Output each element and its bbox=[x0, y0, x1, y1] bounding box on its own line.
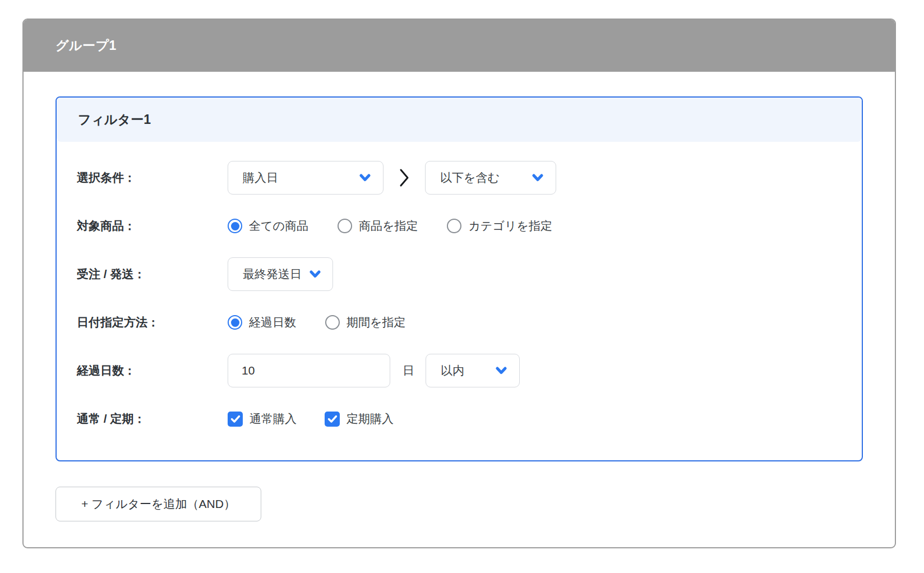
radio-unchecked-icon bbox=[338, 219, 352, 233]
elapsed-days-input[interactable] bbox=[228, 354, 390, 387]
radio-specify-category[interactable]: カテゴリを指定 bbox=[447, 218, 552, 234]
checkbox-subscription-purchase[interactable]: 定期購入 bbox=[325, 411, 394, 427]
row-elapsed-days: 経過日数： 日 以内 bbox=[77, 354, 845, 387]
checkbox-normal-purchase[interactable]: 通常購入 bbox=[228, 411, 297, 427]
group-panel-body: フィルター1 選択条件： 購入日 以下を含む bbox=[24, 72, 895, 546]
date-method-label: 日付指定方法： bbox=[77, 315, 228, 330]
radio-checked-icon bbox=[228, 315, 242, 330]
checkbox-checked-icon bbox=[228, 412, 243, 427]
order-shipping-select[interactable]: 最終発送日 bbox=[228, 257, 333, 291]
chevron-down-icon bbox=[496, 367, 507, 375]
radio-elapsed-days[interactable]: 経過日数 bbox=[228, 315, 296, 330]
radio-specify-products-label: 商品を指定 bbox=[359, 218, 418, 234]
radio-elapsed-days-label: 経過日数 bbox=[249, 315, 296, 330]
filter-card-body: 選択条件： 購入日 以下を含む bbox=[57, 142, 862, 460]
radio-all-products[interactable]: 全ての商品 bbox=[228, 218, 308, 234]
filter-title: フィルター1 bbox=[78, 111, 151, 128]
group-panel: グループ1 フィルター1 選択条件： 購入日 bbox=[22, 19, 896, 548]
target-products-label: 対象商品： bbox=[77, 218, 228, 234]
elapsed-range-select[interactable]: 以内 bbox=[426, 354, 520, 387]
selection-operator-value: 以下を含む bbox=[440, 170, 532, 186]
radio-all-products-label: 全ての商品 bbox=[249, 218, 308, 234]
row-selection-condition: 選択条件： 購入日 以下を含む bbox=[77, 161, 845, 195]
radio-specify-category-label: カテゴリを指定 bbox=[468, 218, 552, 234]
checkbox-subscription-purchase-label: 定期購入 bbox=[346, 411, 394, 427]
radio-specify-period[interactable]: 期間を指定 bbox=[325, 315, 406, 330]
selection-operator-select[interactable]: 以下を含む bbox=[425, 161, 556, 195]
elapsed-days-label: 経過日数： bbox=[77, 363, 228, 378]
order-shipping-label: 受注 / 発送： bbox=[77, 266, 228, 282]
chevron-down-icon bbox=[359, 174, 371, 182]
chevron-down-icon bbox=[532, 174, 543, 182]
selection-condition-label: 選択条件： bbox=[77, 170, 228, 186]
elapsed-days-unit: 日 bbox=[403, 363, 414, 378]
order-shipping-value: 最終発送日 bbox=[243, 266, 302, 282]
filter-card-header: フィルター1 bbox=[57, 98, 862, 142]
chevron-down-icon bbox=[309, 270, 321, 278]
purchase-type-label: 通常 / 定期： bbox=[77, 411, 228, 427]
radio-unchecked-icon bbox=[447, 219, 461, 233]
group-title: グループ1 bbox=[56, 37, 117, 54]
radio-specify-period-label: 期間を指定 bbox=[346, 315, 406, 330]
filter-card: フィルター1 選択条件： 購入日 以下を含む bbox=[56, 96, 863, 461]
elapsed-range-value: 以内 bbox=[441, 363, 496, 378]
radio-specify-products[interactable]: 商品を指定 bbox=[338, 218, 418, 234]
checkbox-checked-icon bbox=[325, 412, 340, 427]
checkbox-normal-purchase-label: 通常購入 bbox=[250, 411, 297, 427]
radio-unchecked-icon bbox=[325, 315, 340, 330]
selection-field-select[interactable]: 購入日 bbox=[228, 161, 384, 195]
selection-field-value: 購入日 bbox=[243, 170, 359, 186]
row-order-shipping: 受注 / 発送： 最終発送日 bbox=[77, 257, 845, 291]
row-purchase-type: 通常 / 定期： 通常購入 定期購入 bbox=[77, 402, 845, 436]
row-target-products: 対象商品： 全ての商品 商品を指定 カテゴリを指定 bbox=[77, 209, 845, 243]
chevron-right-icon bbox=[399, 168, 409, 188]
row-date-method: 日付指定方法： 経過日数 期間を指定 bbox=[77, 306, 845, 339]
group-header: グループ1 bbox=[24, 20, 895, 72]
add-filter-button[interactable]: + フィルターを追加（AND） bbox=[56, 487, 261, 521]
radio-checked-icon bbox=[228, 219, 242, 233]
